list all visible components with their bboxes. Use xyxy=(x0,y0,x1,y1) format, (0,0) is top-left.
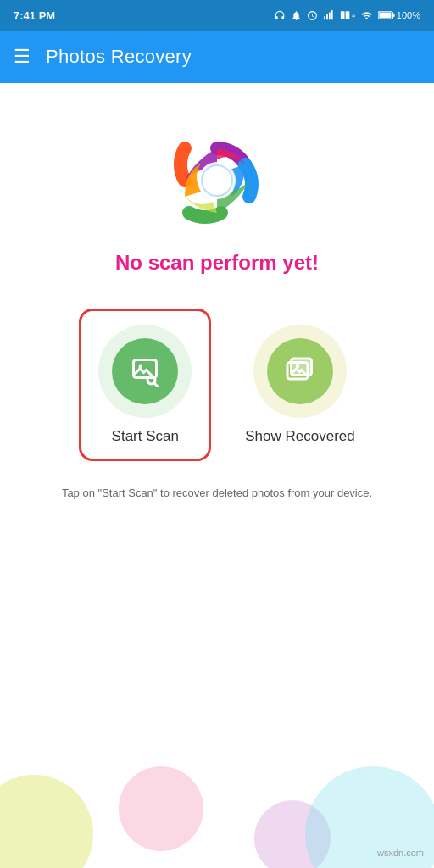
svg-rect-3 xyxy=(331,10,333,19)
app-logo xyxy=(170,134,264,227)
show-recovered-wrapper[interactable]: Show Recovered xyxy=(245,325,354,445)
svg-rect-5 xyxy=(346,11,350,19)
decorative-bubbles xyxy=(0,715,434,868)
bubble-2 xyxy=(119,766,203,851)
no-scan-text: No scan perform yet! xyxy=(115,251,319,275)
watermark: wsxdn.com xyxy=(377,848,424,858)
show-recovered-outer-circle xyxy=(253,325,347,418)
svg-rect-8 xyxy=(379,13,391,18)
notification-icon xyxy=(291,10,302,21)
signal-icon xyxy=(323,9,335,21)
bubble-1 xyxy=(0,775,93,868)
app-bar: ☰ Photos Recovery xyxy=(0,31,434,83)
start-scan-inner-circle xyxy=(112,338,178,404)
start-scan-label: Start Scan xyxy=(112,428,179,445)
headphone-icon xyxy=(274,9,286,21)
svg-line-15 xyxy=(155,383,159,387)
hint-text: Tap on "Start Scan" to recover deleted p… xyxy=(48,485,386,502)
alarm-icon xyxy=(307,10,318,21)
menu-icon[interactable]: ☰ xyxy=(14,47,31,66)
show-recovered-inner-circle xyxy=(267,338,333,404)
status-time: 7:41 PM xyxy=(14,9,55,22)
svg-text:4G: 4G xyxy=(352,14,355,19)
svg-rect-17 xyxy=(292,359,312,376)
show-recovered-label: Show Recovered xyxy=(245,428,354,445)
status-bar: 7:41 PM 4G 100% xyxy=(0,0,434,31)
start-scan-outer-circle xyxy=(98,325,192,418)
bubble-3 xyxy=(254,800,331,868)
svg-rect-4 xyxy=(341,11,345,19)
svg-rect-9 xyxy=(393,14,395,17)
start-scan-wrapper[interactable]: Start Scan xyxy=(79,309,211,461)
status-icons: 4G 100% xyxy=(274,9,420,21)
show-recovered-icon xyxy=(285,356,315,387)
battery-icon: 100% xyxy=(378,10,420,20)
wifi-icon xyxy=(360,10,373,21)
svg-rect-0 xyxy=(324,16,326,19)
app-title: Photos Recovery xyxy=(46,46,192,68)
data-icon: 4G xyxy=(340,9,355,21)
svg-rect-2 xyxy=(329,13,331,20)
buttons-row: Start Scan Show Recovered xyxy=(17,309,417,461)
svg-rect-1 xyxy=(326,14,328,19)
start-scan-icon xyxy=(130,356,160,387)
main-content: No scan perform yet! Start Scan xyxy=(0,83,434,868)
